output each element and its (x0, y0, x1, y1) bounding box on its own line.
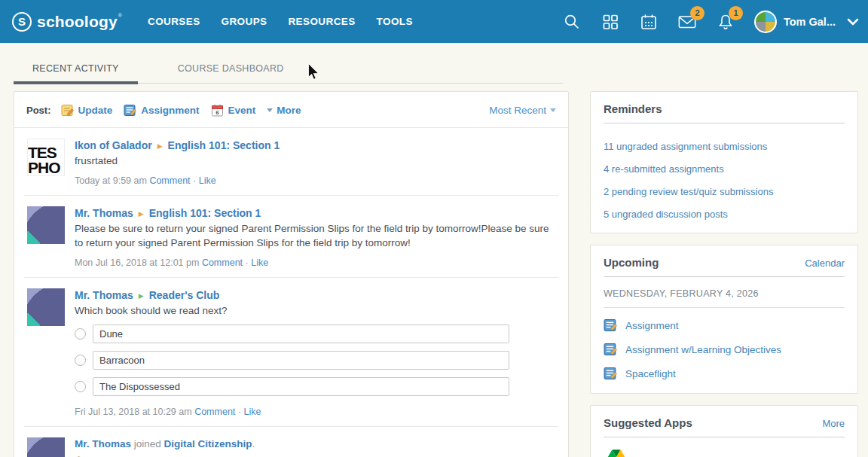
upcoming-event[interactable]: Assignment w/Learning Objectives (604, 343, 845, 356)
tab-recent-activity[interactable]: RECENT ACTIVITY (14, 59, 138, 83)
joined-title: Mr. Thomas joined Digital Citizenship. (75, 438, 555, 449)
post-assignment-label: Assignment (141, 105, 199, 116)
search-icon[interactable] (562, 12, 582, 32)
activity-feed-card: Post: Update Assignment 6 Event More Mos… (14, 91, 569, 457)
nav-item-courses[interactable]: COURSES (148, 16, 200, 27)
post-more-button[interactable]: More (267, 105, 301, 116)
like-link[interactable]: Like (251, 257, 268, 268)
brand-name: schoology (37, 11, 118, 33)
post-toolbar: Post: Update Assignment 6 Event More Mos… (14, 92, 568, 128)
post-update-button[interactable]: Update (61, 104, 113, 117)
author-link[interactable]: Mr. Thomas (75, 438, 131, 449)
notifications-bell-icon[interactable]: 1 (716, 12, 735, 32)
divider (604, 307, 845, 308)
poll-option[interactable]: The Dispossessed (93, 377, 509, 396)
dot-separator: · (238, 407, 241, 417)
app-row-google-drive[interactable]: Google Drive Resource App (604, 449, 845, 457)
assignment-icon (604, 367, 617, 380)
post-body: Please be sure to return your signed Par… (75, 221, 555, 251)
avatar[interactable] (27, 206, 65, 244)
comment-link[interactable]: Comment (194, 407, 235, 417)
author-link[interactable]: Ikon of Galador (75, 139, 152, 151)
poll-question: Which book should we read next? (75, 303, 555, 318)
avatar[interactable] (27, 288, 65, 326)
messages-icon[interactable]: 2 (677, 12, 697, 32)
period: . (252, 438, 255, 449)
upcoming-event[interactable]: Assignment (604, 318, 845, 332)
poll-option[interactable]: Barracoon (93, 351, 509, 370)
calendar-link[interactable]: Calendar (805, 257, 845, 269)
poll-radio[interactable] (75, 355, 86, 366)
tab-course-dashboard[interactable]: COURSE DASHBOARD (159, 59, 303, 83)
course-link[interactable]: English 101: Section 1 (168, 139, 280, 151)
sort-dropdown[interactable]: Most Recent (489, 105, 556, 116)
author-link[interactable]: Mr. Thomas (75, 207, 133, 219)
nav-item-tools[interactable]: TOOLS (377, 16, 413, 27)
post-more-label: More (277, 105, 301, 116)
course-link[interactable]: English 101: Section 1 (149, 207, 261, 219)
user-name: Tom Gal... (784, 16, 836, 28)
assignment-icon (604, 318, 617, 332)
post-timestamp: Mon Jul 16, 2018 at 12:01 pm (75, 257, 199, 268)
feed-list: TES PHO Ikon of Galador▶English 101: Sec… (14, 128, 568, 457)
upcoming-title: Upcoming (604, 256, 659, 269)
like-link[interactable]: Like (243, 407, 261, 417)
post-assignment-button[interactable]: Assignment (124, 104, 199, 117)
suggested-apps-title: Suggested Apps (604, 416, 692, 429)
user-avatar (754, 11, 777, 33)
feed-item-poll: Mr. Thomas▶Reader's Club Which book shou… (24, 278, 558, 428)
feed-item-joined: Mr. Thomas joined Digital Citizenship. W… (24, 427, 558, 457)
more-dropdown-arrow-icon (267, 108, 273, 112)
like-link[interactable]: Like (199, 175, 216, 186)
poll-options: Dune Barracoon The Dispossessed (75, 324, 555, 396)
right-sidebar: Reminders 11 ungraded assignment submiss… (590, 91, 858, 457)
author-link[interactable]: Mr. Thomas (75, 289, 133, 301)
post-timestamp: Fri Jul 13, 2018 at 10:29 am (75, 407, 192, 417)
messages-badge: 2 (690, 6, 704, 20)
feed-item-update: TES PHO Ikon of Galador▶English 101: Sec… (24, 128, 558, 196)
registered-mark: ® (118, 11, 122, 21)
schoology-logo[interactable]: S schoology ® (12, 11, 122, 33)
breadcrumb-arrow-icon: ▶ (139, 210, 144, 218)
post-event-label: Event (228, 105, 256, 116)
top-navbar: S schoology ® COURSES GROUPS RESOURCES T… (0, 0, 868, 43)
navbar-right-cluster: 2 1 Tom Gal... (562, 0, 859, 43)
poll-option-row: Dune (75, 324, 555, 343)
comment-link[interactable]: Comment (149, 175, 190, 186)
sort-dropdown-arrow-icon (550, 108, 556, 112)
group-link[interactable]: Reader's Club (149, 289, 220, 301)
post-footer: Mon Jul 16, 2018 at 12:01 pm Comment · L… (75, 257, 555, 268)
comment-link[interactable]: Comment (202, 257, 243, 268)
more-apps-link[interactable]: More (822, 418, 845, 429)
dot-separator: · (246, 257, 249, 268)
avatar[interactable] (27, 437, 65, 457)
course-link[interactable]: Digital Citizenship (164, 438, 252, 449)
upcoming-event[interactable]: Spaceflight (604, 367, 845, 380)
poll-option[interactable]: Dune (93, 324, 509, 343)
poll-radio[interactable] (75, 328, 86, 340)
assignment-icon (604, 343, 617, 356)
event-calendar-icon: 6 (211, 104, 224, 117)
user-menu[interactable]: Tom Gal... (754, 11, 859, 33)
feed-item-update: Mr. Thomas▶English 101: Section 1 Please… (24, 196, 558, 278)
calendar-icon[interactable] (639, 12, 659, 32)
reminder-link[interactable]: 11 ungraded assignment submissions (604, 141, 845, 152)
poll-radio[interactable] (75, 381, 86, 392)
avatar[interactable]: TES PHO (27, 139, 65, 176)
post-title: Mr. Thomas▶Reader's Club (75, 289, 555, 301)
app-grid-icon[interactable] (601, 12, 620, 32)
post-event-button[interactable]: 6 Event (211, 104, 256, 117)
post-footer: Fri Jul 13, 2018 at 10:29 am Comment · L… (75, 407, 555, 417)
joined-verb: joined (134, 438, 161, 449)
reminder-link[interactable]: 2 pending review test/quiz submissions (604, 186, 845, 197)
nav-item-resources[interactable]: RESOURCES (288, 16, 355, 27)
nav-item-groups[interactable]: GROUPS (222, 16, 267, 27)
breadcrumb-arrow-icon: ▶ (157, 142, 163, 150)
reminder-link[interactable]: 5 ungraded discussion posts (604, 209, 845, 220)
dot-separator: · (193, 175, 196, 186)
upcoming-date: WEDNESDAY, FEBRUARY 4, 2026 (604, 288, 845, 299)
reminder-link[interactable]: 4 re-submitted assignments (604, 163, 845, 175)
schoology-logo-icon: S (12, 12, 32, 32)
upcoming-event-label: Spaceflight (625, 368, 676, 379)
dashboard-tabbar: RECENT ACTIVITY COURSE DASHBOARD (14, 59, 563, 84)
